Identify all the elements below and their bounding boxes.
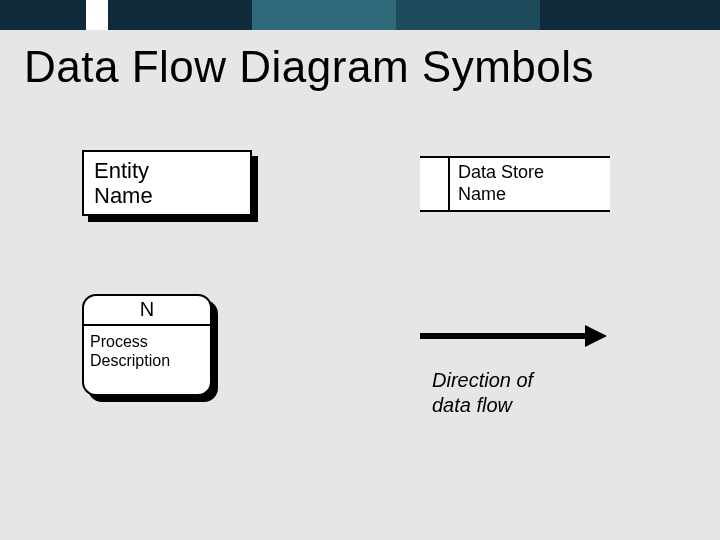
datastore-id-cell [420,158,450,210]
arrow-caption: Direction ofdata flow [432,368,533,418]
slide-top-banner [0,0,720,30]
entity-symbol: EntityName [82,150,252,216]
datastore-label: Data StoreName [450,158,610,210]
entity-label: EntityName [94,158,153,208]
datastore-symbol: Data StoreName [420,156,610,212]
entity-box: EntityName [82,150,252,216]
arrow-line [420,333,590,339]
process-description: ProcessDescription [84,326,210,376]
process-symbol: N ProcessDescription [82,294,212,396]
process-id: N [84,296,210,326]
arrow-head-icon [585,325,607,347]
slide-title: Data Flow Diagram Symbols [24,42,594,92]
dataflow-arrow [420,327,610,345]
process-box: N ProcessDescription [82,294,212,396]
